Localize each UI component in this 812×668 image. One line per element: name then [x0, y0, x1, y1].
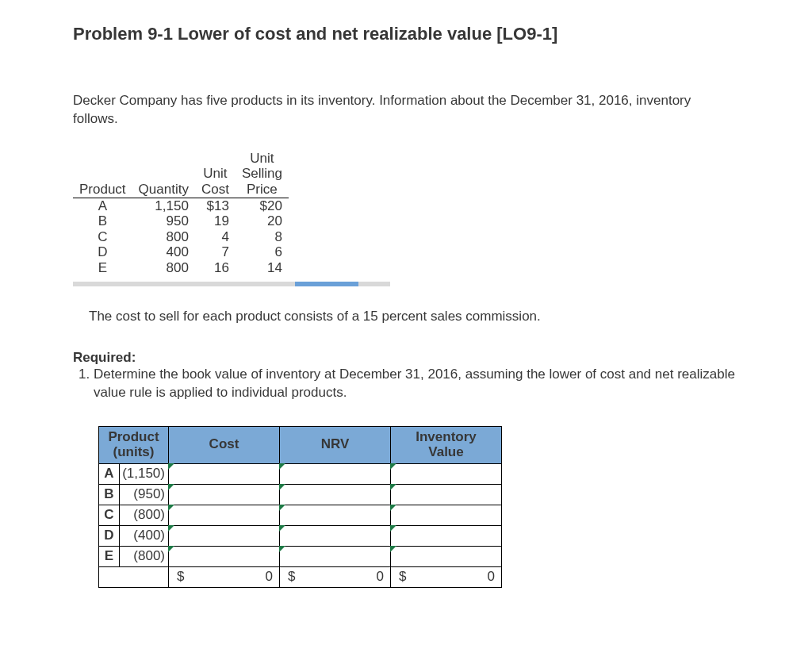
- nrv-input[interactable]: [280, 546, 391, 566]
- inventory-value-header: Inventory Value: [391, 427, 502, 463]
- cost-input[interactable]: [169, 505, 280, 525]
- table-row: B(950): [99, 484, 502, 505]
- totals-nrv-symbol: $: [280, 566, 304, 587]
- commission-note: The cost to sell for each product consis…: [89, 309, 739, 324]
- inventory-value-input[interactable]: [391, 546, 502, 566]
- info-quantity: 950: [132, 213, 195, 229]
- row-letter: B: [99, 484, 120, 505]
- totals-cost-value: 0: [193, 566, 280, 587]
- row-units: (800): [120, 505, 169, 525]
- row-units: (950): [120, 484, 169, 505]
- inventory-info-table: Unit Unit Selling Product Quantity Cost …: [73, 151, 739, 286]
- table-row: C(800): [99, 505, 502, 525]
- requirement-1: Determine the book value of inventory at…: [94, 366, 739, 402]
- inventory-value-input[interactable]: [391, 525, 502, 546]
- inventory-value-input[interactable]: [391, 505, 502, 525]
- inventory-value-input[interactable]: [391, 484, 502, 505]
- quantity-header: Quantity: [132, 182, 195, 198]
- totals-inv-symbol: $: [391, 566, 415, 587]
- info-selling-price: 20: [236, 213, 289, 229]
- info-product: A: [73, 198, 132, 213]
- unit-cost-header-unit: Unit: [195, 166, 236, 182]
- info-unit-cost: 4: [195, 229, 236, 245]
- usp-header-selling: Selling: [236, 166, 289, 182]
- required-label: Required:: [73, 350, 739, 366]
- table-row: E(800): [99, 546, 502, 566]
- product-header: Product: [73, 182, 132, 198]
- info-product: C: [73, 229, 132, 245]
- nrv-input[interactable]: [280, 525, 391, 546]
- totals-label-cell: [99, 566, 169, 587]
- totals-inv-value: 0: [415, 566, 502, 587]
- info-unit-cost: 19: [195, 213, 236, 229]
- info-selling-price: 14: [236, 260, 289, 276]
- row-units: (400): [120, 525, 169, 546]
- nrv-input[interactable]: [280, 505, 391, 525]
- nrv-input[interactable]: [280, 463, 391, 484]
- usp-header-price: Price: [236, 182, 289, 198]
- info-product: D: [73, 244, 132, 260]
- table-row: A(1,150): [99, 463, 502, 484]
- info-product: B: [73, 213, 132, 229]
- totals-cost-symbol: $: [169, 566, 193, 587]
- answer-table: Product (units) Cost NRV Inventory Value…: [98, 426, 739, 587]
- cost-header: Cost: [169, 427, 280, 463]
- info-selling-price: 6: [236, 244, 289, 260]
- table-row: D(400): [99, 525, 502, 546]
- info-product: E: [73, 260, 132, 276]
- totals-nrv-value: 0: [304, 566, 391, 587]
- row-letter: C: [99, 505, 120, 525]
- info-quantity: 400: [132, 244, 195, 260]
- row-letter: D: [99, 525, 120, 546]
- row-units: (1,150): [120, 463, 169, 484]
- row-letter: E: [99, 546, 120, 566]
- info-quantity: 800: [132, 260, 195, 276]
- unit-cost-header-cost: Cost: [195, 182, 236, 198]
- product-units-header: Product (units): [99, 427, 169, 463]
- info-unit-cost: $13: [195, 198, 236, 213]
- row-units: (800): [120, 546, 169, 566]
- problem-title: Problem 9-1 Lower of cost and net realiz…: [73, 24, 739, 44]
- requirements-list: Determine the book value of inventory at…: [73, 366, 739, 402]
- intro-paragraph: Decker Company has five products in its …: [73, 92, 739, 129]
- cost-input[interactable]: [169, 484, 280, 505]
- cost-input[interactable]: [169, 525, 280, 546]
- problem-page: Problem 9-1 Lower of cost and net realiz…: [0, 0, 812, 635]
- info-selling-price: $20: [236, 198, 289, 213]
- nrv-header: NRV: [280, 427, 391, 463]
- info-quantity: 1,150: [132, 198, 195, 213]
- info-unit-cost: 16: [195, 260, 236, 276]
- inventory-value-input[interactable]: [391, 463, 502, 484]
- info-quantity: 800: [132, 229, 195, 245]
- info-selling-price: 8: [236, 229, 289, 245]
- nrv-input[interactable]: [280, 484, 391, 505]
- info-table-scrollbar: [73, 282, 390, 286]
- cost-input[interactable]: [169, 546, 280, 566]
- row-letter: A: [99, 463, 120, 484]
- usp-header-unit: Unit: [236, 151, 289, 167]
- info-unit-cost: 7: [195, 244, 236, 260]
- cost-input[interactable]: [169, 463, 280, 484]
